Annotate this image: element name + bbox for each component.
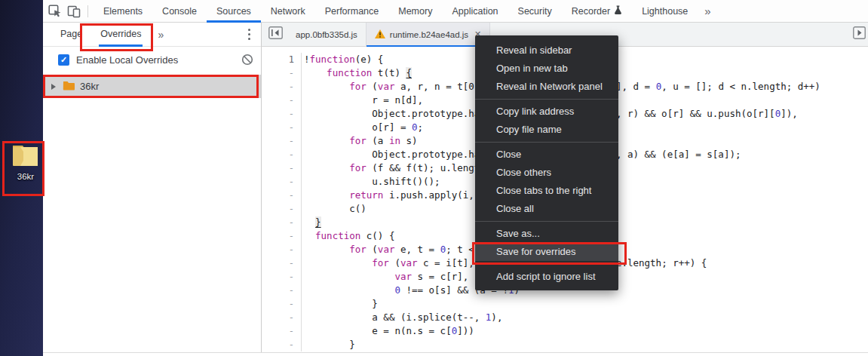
more-panels-chevron[interactable]: » — [704, 5, 710, 17]
flask-icon — [614, 5, 622, 17]
context-menu-item-reveal-in-sidebar[interactable]: Reveal in sidebar — [475, 41, 618, 60]
inspect-element-icon[interactable] — [48, 4, 63, 19]
line-number-gutter: - — [262, 148, 302, 161]
context-menu-item-open-in-new-tab[interactable]: Open in new tab — [475, 60, 618, 78]
code-text: function c() { — [302, 229, 394, 243]
main-tab-memory[interactable]: Memory — [388, 0, 442, 23]
line-number-gutter: - — [262, 338, 302, 351]
main-tab-elements[interactable]: Elements — [94, 0, 152, 23]
main-tab-performance[interactable]: Performance — [315, 0, 389, 23]
tree-item-label: 36kr — [80, 81, 99, 92]
line-number-gutter: - — [262, 311, 302, 324]
line-number-gutter: - — [262, 229, 302, 243]
context-menu-item-save-as[interactable]: Save as... — [475, 225, 618, 243]
file-tab-label: runtime.b24ae4ad.js — [390, 30, 468, 39]
line-number-gutter: - — [262, 243, 302, 256]
line-number-gutter: - — [262, 189, 302, 202]
line-number-gutter: - — [262, 202, 302, 216]
enable-local-overrides-row: ✓ Enable Local Overrides — [43, 47, 261, 72]
code-text: } — [302, 216, 321, 229]
expand-arrow-icon[interactable] — [51, 84, 56, 90]
main-tab-label: Security — [518, 6, 552, 17]
code-text: o[r] = 0; — [302, 121, 423, 134]
code-line: - } — [262, 297, 868, 311]
line-number-gutter: - — [262, 256, 302, 270]
context-menu-item-close-all[interactable]: Close all — [475, 200, 618, 218]
main-tab-label: Performance — [325, 6, 379, 17]
file-tab-app[interactable]: app.0bfb335d.js — [287, 23, 367, 47]
main-tab-label: Application — [452, 6, 498, 17]
context-menu-item-save-for-overrides[interactable]: Save for overrides — [475, 243, 618, 261]
device-toolbar-icon[interactable] — [66, 4, 81, 19]
screenshot-root: 36kr ElementsConsoleSourcesNetworkPerfor… — [0, 0, 868, 356]
code-line: - e = n(n.s = c[0])) — [262, 324, 868, 338]
overflow-menu-icon[interactable] — [248, 29, 251, 41]
line-number-gutter: - — [262, 297, 302, 311]
enable-overrides-label: Enable Local Overrides — [76, 54, 178, 66]
sidebar-tab-page[interactable]: Page — [51, 23, 91, 47]
line-number-gutter: - — [262, 324, 302, 338]
line-number-gutter: - — [262, 284, 302, 297]
code-line: - } — [262, 338, 868, 351]
main-tab-label: Lighthouse — [642, 6, 688, 17]
main-tab-sources[interactable]: Sources — [207, 0, 261, 23]
overrides-sidebar: ✓ Enable Local Overrides 36kr — [43, 47, 261, 352]
line-number-gutter: - — [262, 94, 302, 107]
line-number-gutter: - — [262, 270, 302, 284]
code-text: } — [302, 338, 355, 351]
main-tab-label: Sources — [216, 6, 251, 17]
clear-configuration-icon[interactable] — [241, 54, 253, 69]
code-text: u.shift()(); — [302, 175, 440, 189]
context-menu-item-close-others[interactable]: Close others — [475, 164, 618, 182]
line-number-gutter: 1 — [262, 53, 302, 66]
line-number-gutter: - — [262, 66, 302, 80]
code-text: !function(e) { — [302, 53, 383, 66]
main-tab-label: Memory — [398, 6, 432, 17]
code-text: r = n[d], — [302, 94, 423, 107]
main-tab-label: Recorder — [572, 6, 610, 17]
main-tab-bar: ElementsConsoleSourcesNetworkPerformance… — [94, 0, 698, 23]
code-text: c() — [302, 202, 367, 216]
devtools-toolbar: ElementsConsoleSourcesNetworkPerformance… — [43, 0, 868, 23]
menu-separator — [475, 142, 618, 143]
file-tab-runtime[interactable]: runtime.b24ae4ad.js ✕ — [367, 23, 490, 47]
main-tab-label: Elements — [103, 6, 143, 17]
code-text: a && (i.splice(t--, 1), — [302, 311, 502, 324]
line-number-gutter: - — [262, 107, 302, 121]
collapse-sidebar-icon[interactable] — [268, 26, 283, 42]
code-text: function t(t) { — [302, 66, 412, 80]
main-tab-console[interactable]: Console — [152, 0, 207, 23]
line-number-gutter: - — [262, 121, 302, 134]
code-text: } — [302, 297, 378, 311]
line-number-gutter: - — [262, 161, 302, 175]
desktop-folder-label: 36kr — [8, 172, 43, 181]
menu-separator — [475, 99, 618, 100]
context-menu-item-close[interactable]: Close — [475, 146, 618, 164]
line-number-gutter: - — [262, 175, 302, 189]
desktop-folder-36kr[interactable]: 36kr — [8, 143, 43, 181]
main-tab-security[interactable]: Security — [508, 0, 562, 23]
enable-overrides-checkbox[interactable]: ✓ — [58, 54, 69, 66]
context-menu-item-copy-link-address[interactable]: Copy link address — [475, 103, 618, 121]
sources-sidebar-toolbar: Page Overrides » — [43, 23, 261, 47]
folder-icon — [11, 157, 41, 170]
tab-context-menu: Reveal in sidebarOpen in new tabReveal i… — [475, 35, 618, 290]
context-menu-item-add-script-to-ignore-list[interactable]: Add script to ignore list — [475, 268, 618, 286]
main-tab-network[interactable]: Network — [261, 0, 315, 23]
context-menu-item-close-tabs-to-the-right[interactable]: Close tabs to the right — [475, 182, 618, 200]
windows-desktop: 36kr — [0, 0, 43, 356]
file-tab-label: app.0bfb335d.js — [296, 30, 357, 39]
line-number-gutter: - — [262, 216, 302, 229]
code-text: var s = c[r], — [302, 270, 468, 284]
more-sidebar-tabs-chevron[interactable]: » — [158, 29, 164, 41]
show-debugger-panel-icon[interactable] — [853, 26, 866, 42]
main-tab-application[interactable]: Application — [442, 0, 508, 23]
tree-item-36kr[interactable]: 36kr — [43, 75, 261, 98]
context-menu-item-reveal-in-network-panel[interactable]: Reveal in Network panel — [475, 78, 618, 96]
main-tab-recorder[interactable]: Recorder — [562, 0, 632, 23]
warning-icon — [375, 29, 385, 40]
main-tab-lighthouse[interactable]: Lighthouse — [632, 0, 698, 23]
sidebar-tab-overrides[interactable]: Overrides — [91, 23, 150, 47]
main-tab-label: Console — [162, 6, 197, 17]
context-menu-item-copy-file-name[interactable]: Copy file name — [475, 121, 618, 139]
